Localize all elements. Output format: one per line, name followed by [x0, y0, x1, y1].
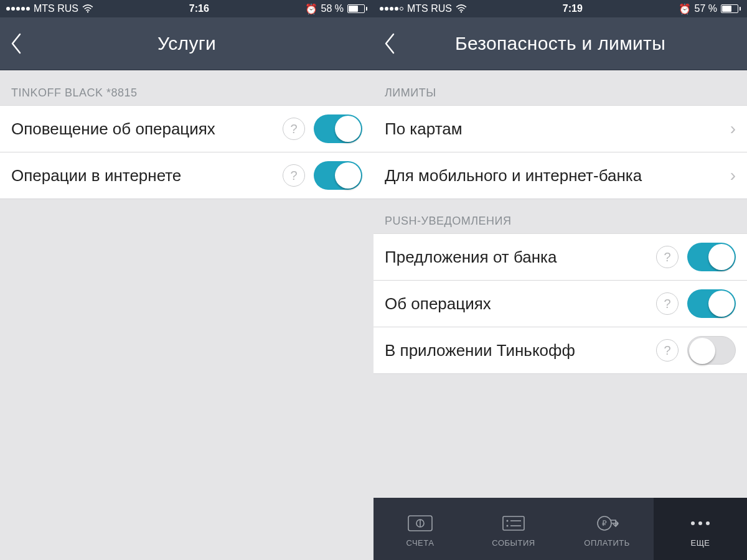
section-header: TINKOFF BLACK *8815: [0, 70, 374, 106]
status-bar: MTS RUS 7:19 ⏰ 57 %: [374, 0, 747, 17]
section-header-push: PUSH-УВЕДОМЛЕНИЯ: [374, 198, 747, 234]
tab-label: СОБЫТИЯ: [492, 538, 535, 548]
tab-label: ОПЛАТИТЬ: [584, 538, 629, 548]
chevron-right-icon: ›: [730, 166, 736, 185]
row-notifications: Оповещение об операциях ?: [0, 106, 374, 152]
row-about-ops: Об операциях ?: [374, 281, 747, 327]
battery-icon: [347, 4, 367, 13]
settings-group: Оповещение об операциях ? Операции в инт…: [0, 106, 374, 198]
help-icon[interactable]: ?: [283, 164, 305, 187]
tab-label: ЕЩЕ: [690, 538, 710, 548]
help-icon[interactable]: ?: [656, 292, 679, 315]
phone-right: MTS RUS 7:19 ⏰ 57 % Безопасность и лимит…: [374, 0, 747, 560]
row-label: В приложении Тинькофф: [385, 341, 656, 360]
section-header-limits: ЛИМИТЫ: [374, 70, 747, 106]
row-label: По картам: [385, 119, 725, 139]
battery-icon: [721, 4, 741, 13]
toggle-about-ops[interactable]: [687, 289, 736, 318]
carrier-label: MTS RUS: [407, 3, 452, 14]
svg-point-8: [507, 525, 509, 526]
navbar: Безопасность и лимиты: [374, 17, 747, 70]
status-time: 7:19: [563, 3, 583, 14]
row-in-app: В приложении Тинькофф ?: [374, 327, 747, 373]
tab-bar: СЧЕТА СОБЫТИЯ ₽ ОПЛАТИТЬ ЕЩЕ: [374, 498, 747, 560]
row-label: Предложения от банка: [385, 248, 656, 267]
events-icon: [500, 511, 527, 536]
row-label: Об операциях: [385, 294, 656, 314]
limits-group: По картам › Для мобильного и интернет-ба…: [374, 106, 747, 198]
pay-icon: ₽: [593, 511, 621, 536]
alarm-icon: ⏰: [679, 3, 691, 15]
tab-label: СЧЕТА: [406, 538, 435, 548]
push-group: Предложения от банка ? Об операциях ? В …: [374, 234, 747, 373]
more-icon: [691, 511, 710, 536]
phone-left: MTS RUS 7:16 ⏰ 58 % Услуги TINKOFF BLACK…: [0, 0, 374, 560]
signal-dots: [6, 7, 30, 11]
tab-events[interactable]: СОБЫТИЯ: [467, 498, 560, 560]
toggle-bank-offers[interactable]: [687, 243, 736, 271]
help-icon[interactable]: ?: [283, 118, 305, 140]
row-label: Для мобильного и интернет-банка: [385, 166, 725, 185]
accounts-icon: [406, 511, 434, 536]
nav-title: Услуги: [0, 33, 374, 54]
row-internet-ops: Операции в интернете ?: [0, 152, 374, 198]
svg-point-6: [507, 520, 509, 521]
battery-text: 57 %: [695, 3, 717, 14]
battery-text: 58 %: [321, 3, 344, 14]
signal-dots: [380, 7, 403, 11]
status-bar: MTS RUS 7:16 ⏰ 58 %: [0, 0, 374, 17]
back-button[interactable]: [7, 31, 25, 56]
tab-accounts[interactable]: СЧЕТА: [374, 498, 467, 560]
row-bank-offers: Предложения от банка ?: [374, 234, 747, 281]
svg-text:₽: ₽: [602, 519, 608, 528]
svg-rect-5: [503, 516, 524, 530]
chevron-right-icon: ›: [730, 119, 736, 139]
wifi-icon: [82, 4, 93, 13]
row-label: Операции в интернете: [11, 166, 283, 185]
back-button[interactable]: [381, 31, 398, 56]
row-label: Оповещение об операциях: [11, 119, 283, 139]
carrier-label: MTS RUS: [34, 3, 78, 14]
toggle-in-app[interactable]: [687, 336, 736, 365]
row-by-cards[interactable]: По картам ›: [374, 106, 747, 152]
svg-point-1: [461, 11, 462, 12]
navbar: Услуги: [0, 17, 374, 70]
row-mobile-internet-bank[interactable]: Для мобильного и интернет-банка ›: [374, 152, 747, 198]
toggle-notifications[interactable]: [314, 114, 362, 143]
tab-pay[interactable]: ₽ ОПЛАТИТЬ: [560, 498, 654, 560]
svg-point-0: [87, 11, 88, 12]
alarm-icon: ⏰: [305, 3, 317, 15]
help-icon[interactable]: ?: [656, 339, 679, 362]
tab-more[interactable]: ЕЩЕ: [654, 498, 747, 560]
nav-title: Безопасность и лимиты: [374, 33, 747, 54]
wifi-icon: [456, 4, 467, 13]
toggle-internet-ops[interactable]: [314, 161, 362, 190]
help-icon[interactable]: ?: [656, 246, 679, 268]
status-time: 7:16: [189, 3, 209, 14]
